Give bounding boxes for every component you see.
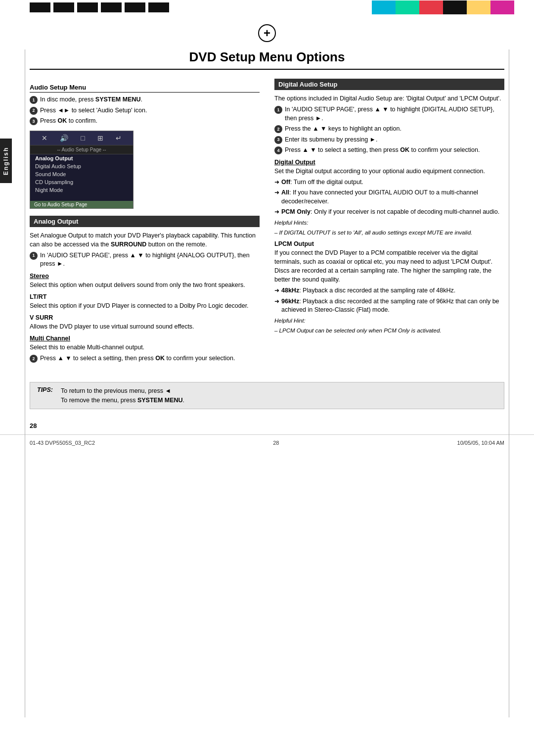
pcm-arrow: ➜ xyxy=(274,208,279,216)
top-header-bar xyxy=(0,0,534,15)
audio-setup-steps: 1 In disc mode, press SYSTEM MENU. 2 Pre… xyxy=(30,95,260,126)
analog-output-step2: 2 Press ▲ ▼ to select a setting, then pr… xyxy=(30,354,260,363)
right-column: Digital Audio Setup The options included… xyxy=(274,79,504,367)
das-step-2-num: 2 xyxy=(274,125,282,133)
step-3-num: 3 xyxy=(30,117,38,125)
pcm-only-item: ➜ PCM Only: Only if your receiver is not… xyxy=(274,208,504,217)
das-step-4: 4 Press ▲ ▼ to select a setting, then pr… xyxy=(274,146,504,155)
page-number: 28 xyxy=(0,422,534,429)
tips-bar: TIPS: To return to the previous menu, pr… xyxy=(30,382,504,410)
step-3-text: Press OK to confirm. xyxy=(40,117,97,126)
lt-rt-text: Select this option if your DVD Player is… xyxy=(30,301,260,310)
96khz-item: ➜ 96kHz: Playback a disc recorded at the… xyxy=(274,297,504,315)
digital-output-title: Digital Output xyxy=(274,159,504,166)
lt-rt-title: LT/RT xyxy=(30,293,260,300)
48khz-arrow: ➜ xyxy=(274,286,279,295)
analog-output-steps: 1 In 'AUDIO SETUP PAGE', press ▲ ▼ to hi… xyxy=(30,251,260,269)
stereo-title: Stereo xyxy=(30,273,260,280)
analog-output-intro: Set Analogue Output to match your DVD Pl… xyxy=(30,231,260,249)
digital-audio-steps: 1 In 'AUDIO SETUP PAGE', press ▲ ▼ to hi… xyxy=(274,105,504,155)
menu-icon-grid: ⊞ xyxy=(97,134,103,142)
bar-seg-4 xyxy=(101,2,122,12)
left-border xyxy=(25,49,25,717)
digital-output-intro: Set the Digital output according to your… xyxy=(274,167,504,176)
bar-seg-3 xyxy=(77,2,98,12)
footer-center: 28 xyxy=(273,440,279,446)
bar-seg-6 xyxy=(148,2,169,12)
lpcm-helpful-hint-label: Helpful Hint: xyxy=(274,317,504,325)
tips-content: To return to the previous menu, press ◄ … xyxy=(61,386,184,405)
das-step-1: 1 In 'AUDIO SETUP PAGE', press ▲ ▼ to hi… xyxy=(274,105,504,123)
menu-bottom-bar: Go to Audio Setup Page xyxy=(30,201,133,208)
menu-icon-x: ✕ xyxy=(42,134,47,142)
menu-item-cd: CD Upsampling xyxy=(30,178,133,186)
main-content: DVD Setup Menu Options Audio Setup Menu … xyxy=(0,45,534,419)
tips-line1: To return to the previous menu, press ◄ xyxy=(61,386,184,396)
all-text: All: If you have connected your DIGITAL … xyxy=(281,189,504,206)
96khz-arrow: ➜ xyxy=(274,297,279,306)
pcm-text: PCM Only: Only if your receiver is not c… xyxy=(281,208,499,217)
cb-dark xyxy=(443,0,467,14)
das-step-3-num: 3 xyxy=(274,136,282,144)
menu-icon-arrow: ↵ xyxy=(116,134,122,142)
das-step-4-text: Press ▲ ▼ to select a setting, then pres… xyxy=(285,146,480,155)
digital-audio-intro: The options included in Digital Audio Se… xyxy=(274,94,504,103)
cb-cyan xyxy=(372,0,396,14)
lpcm-intro: If you connect the DVD Player to a PCM c… xyxy=(274,248,504,284)
two-column-layout: Audio Setup Menu 1 In disc mode, press S… xyxy=(30,79,504,367)
analog-step-1-num: 1 xyxy=(30,252,38,260)
step-3: 3 Press OK to confirm. xyxy=(30,117,260,126)
menu-item-digital: Digital Audio Setup xyxy=(30,162,133,170)
analog-step-2: 2 Press ▲ ▼ to select a setting, then pr… xyxy=(30,354,260,363)
step-1-text: In disc mode, press SYSTEM MENU. xyxy=(40,95,142,104)
menu-screenshot: ✕ 🔊 □ ⊞ ↵ -- Audio Setup Page -- Analog … xyxy=(30,131,134,209)
lpcm-helpful-hint-text: – LPCM Output can be selected only when … xyxy=(274,327,504,334)
step-2-num: 2 xyxy=(30,107,38,115)
menu-icons-row: ✕ 🔊 □ ⊞ ↵ xyxy=(30,131,133,145)
multi-channel-title: Multi Channel xyxy=(30,335,260,342)
das-step-2-text: Press the ▲ ▼ keys to highlight an optio… xyxy=(285,125,401,134)
das-step-1-text: In 'AUDIO SETUP PAGE', press ▲ ▼ to high… xyxy=(285,105,504,123)
page-title: DVD Setup Menu Options xyxy=(30,49,504,70)
stereo-text: Select this option when output delivers … xyxy=(30,281,260,289)
all-arrow: ➜ xyxy=(274,189,279,197)
language-tab: English xyxy=(0,139,12,183)
audio-setup-menu-heading: Audio Setup Menu xyxy=(30,84,260,93)
analog-step-1: 1 In 'AUDIO SETUP PAGE', press ▲ ▼ to hi… xyxy=(30,251,260,269)
bar-seg-1 xyxy=(30,2,50,12)
crosshair-icon xyxy=(258,24,276,42)
das-step-3-text: Enter its submenu by pressing ►. xyxy=(285,136,377,144)
v-surr-title: V SURR xyxy=(30,314,260,321)
lpcm-title: LPCM Output xyxy=(274,240,504,247)
left-column: Audio Setup Menu 1 In disc mode, press S… xyxy=(30,79,260,367)
multi-channel-text: Select this to enable Multi-channel outp… xyxy=(30,343,260,352)
96khz-text: 96kHz: Playback a disc recorded at the s… xyxy=(281,297,504,315)
digital-audio-heading: Digital Audio Setup xyxy=(274,79,504,90)
step-2-text: Press ◄► to select 'Audio Setup' icon. xyxy=(40,106,147,115)
das-step-2: 2 Press the ▲ ▼ keys to highlight an opt… xyxy=(274,125,504,134)
color-blocks xyxy=(372,0,534,15)
helpful-hints-label: Helpful Hints: xyxy=(274,219,504,227)
tips-label: TIPS: xyxy=(37,386,53,393)
cb-red xyxy=(419,0,443,14)
tips-line2: To remove the menu, press SYSTEM MENU. xyxy=(61,396,184,405)
das-step-4-num: 4 xyxy=(274,146,282,154)
das-step-1-num: 1 xyxy=(274,106,282,114)
black-bar-segments xyxy=(0,0,372,15)
footer-right: 10/05/05, 10:04 AM xyxy=(457,440,504,446)
v-surr-text: Allows the DVD player to use virtual sur… xyxy=(30,322,260,331)
step-1: 1 In disc mode, press SYSTEM MENU. xyxy=(30,95,260,104)
bar-seg-2 xyxy=(53,2,74,12)
cb-magenta xyxy=(490,0,514,14)
analog-step-2-num: 2 xyxy=(30,355,38,363)
header-crosshair-row xyxy=(0,15,534,45)
right-border xyxy=(509,49,509,717)
menu-item-night: Night Mode xyxy=(30,186,133,194)
helpful-hint-text: – If DIGITAL OUTPUT is set to 'All', all… xyxy=(274,229,504,236)
menu-icon-box: □ xyxy=(81,134,85,142)
off-text: Off: Turn off the digital output. xyxy=(281,178,363,187)
off-arrow: ➜ xyxy=(274,178,279,187)
menu-item-sound: Sound Mode xyxy=(30,170,133,178)
off-item: ➜ Off: Turn off the digital output. xyxy=(274,178,504,187)
analog-step-1-text: In 'AUDIO SETUP PAGE', press ▲ ▼ to high… xyxy=(40,251,260,269)
